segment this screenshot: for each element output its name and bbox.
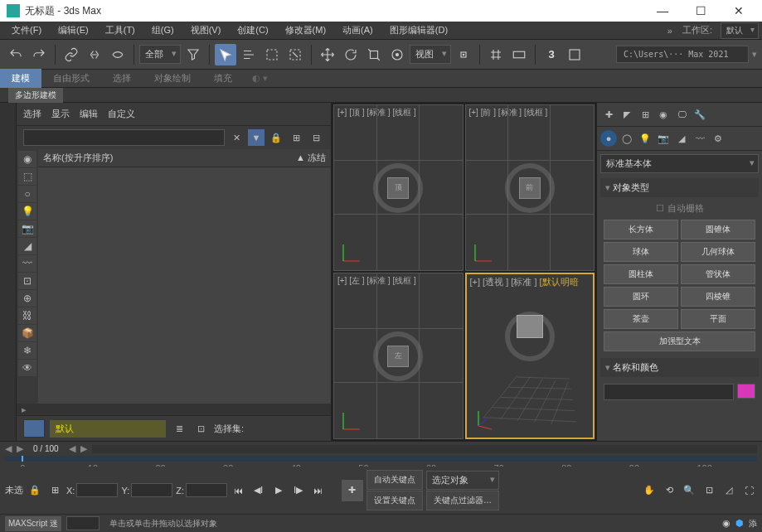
ribbon-tab-modeling[interactable]: 建模 — [0, 69, 41, 88]
path-overflow-icon[interactable]: ▾ — [752, 49, 757, 60]
view-mode-icon[interactable]: ⊞ — [288, 129, 304, 146]
region-rect-button[interactable] — [261, 44, 283, 65]
pivot-button[interactable] — [453, 44, 474, 65]
filter-funnel-icon[interactable]: ▼ — [248, 129, 265, 146]
project-path[interactable]: C:\Users\··· Max 2021 — [616, 46, 749, 63]
layers-icon[interactable]: ≣ — [171, 420, 187, 437]
filter-spacewarp-icon[interactable]: 〰 — [18, 255, 36, 272]
ribbon-tab-objpaint[interactable]: 对象绘制 — [143, 69, 202, 88]
menu-edit[interactable]: 编辑(E) — [50, 22, 97, 39]
menu-create[interactable]: 创建(C) — [229, 22, 276, 39]
track-bar[interactable] — [5, 456, 757, 462]
selection-lock-icon[interactable]: ⬢ — [735, 518, 744, 529]
play-icon[interactable]: ▶ — [270, 482, 287, 499]
obj-teapot[interactable]: 茶壶 — [604, 309, 678, 329]
viewport-left[interactable]: [+] [左 ] [标准 ] [线框 ] 左 — [333, 273, 464, 439]
viewport-top[interactable]: [+] [顶 ] [标准 ] [线框 ] 顶 — [333, 104, 464, 271]
subribbon-poly[interactable]: 多边形建模 — [8, 88, 63, 103]
scene-tab-display[interactable]: 显示 — [51, 108, 70, 120]
maximize-button[interactable]: ☐ — [684, 0, 717, 22]
motion-tab-icon[interactable]: ◉ — [655, 106, 672, 123]
undo-button[interactable] — [5, 44, 27, 65]
nav-zoom-icon[interactable]: 🔍 — [681, 482, 697, 499]
scene-tab-edit[interactable]: 编辑 — [80, 108, 98, 120]
scene-tab-custom[interactable]: 自定义 — [108, 108, 135, 120]
link-button[interactable] — [61, 44, 82, 65]
scene-search-input[interactable] — [23, 129, 225, 146]
keyboard-button[interactable] — [508, 44, 530, 65]
utilities-tab-icon[interactable]: 🔧 — [692, 106, 708, 123]
select-object-button[interactable] — [215, 44, 236, 65]
goto-end-icon[interactable]: ⏭ — [310, 482, 327, 499]
isolate-toggle-icon[interactable]: ◉ — [722, 518, 730, 529]
playhead[interactable] — [22, 456, 23, 462]
modify-tab-icon[interactable]: ◤ — [619, 106, 635, 123]
filter-bone-icon[interactable]: ⛓ — [18, 307, 36, 324]
snap-toggle[interactable]: 3 — [541, 44, 562, 65]
viewcube-left[interactable]: 左 — [387, 346, 409, 367]
maxscript-input[interactable] — [66, 516, 99, 530]
z-input[interactable] — [186, 483, 227, 497]
time-prev-icon[interactable]: ◀ — [5, 443, 12, 454]
vp-left-label[interactable]: [+] [左 ] [标准 ] [线框 ] — [337, 275, 416, 287]
obj-torus[interactable]: 圆环 — [604, 287, 678, 307]
nav-orbit-icon[interactable]: ⟲ — [661, 482, 677, 499]
filter-container-icon[interactable]: 📦 — [18, 325, 36, 341]
clear-search-icon[interactable]: ✕ — [228, 129, 245, 146]
cameras-icon[interactable]: 📷 — [655, 130, 672, 147]
filter-light-icon[interactable]: 💡 — [18, 203, 36, 220]
keymode-dropdown[interactable]: 选定对象 — [426, 471, 499, 490]
time-jump-prev-icon[interactable]: ◀ — [69, 443, 75, 454]
filter-geom-icon[interactable]: ⬚ — [18, 168, 36, 185]
time-jump-next-icon[interactable]: ▶ — [80, 443, 87, 454]
filter-xref-icon[interactable]: ⊕ — [18, 290, 36, 307]
left-dock[interactable] — [0, 103, 17, 441]
minimize-button[interactable]: — — [646, 0, 679, 22]
prev-frame-icon[interactable]: ◀Ⅰ — [250, 482, 267, 499]
filter-all-icon[interactable]: ◉ — [18, 151, 36, 167]
ribbon-toggle-icon[interactable]: ◐ ▾ — [252, 73, 268, 84]
isolate-icon[interactable]: ⊡ — [192, 420, 209, 437]
obj-cylinder[interactable]: 圆柱体 — [604, 264, 678, 284]
viewcube-top[interactable]: 顶 — [387, 177, 409, 199]
obj-textplus[interactable]: 加强型文本 — [604, 331, 755, 351]
unlink-button[interactable] — [84, 44, 105, 65]
viewport-perspective[interactable]: [+] [透视 ] [标准 ] [默认明暗 — [465, 273, 595, 439]
nav-fov-icon[interactable]: ◿ — [721, 482, 737, 499]
spacewarps-icon[interactable]: 〰 — [692, 130, 708, 147]
bind-button[interactable] — [107, 44, 129, 65]
menu-view[interactable]: 视图(V) — [182, 22, 230, 39]
close-button[interactable]: ✕ — [722, 0, 755, 22]
y-input[interactable] — [131, 483, 172, 497]
filter-camera-icon[interactable]: 📷 — [18, 220, 36, 237]
setkey-button[interactable]: 设置关键点 — [366, 491, 423, 510]
rotate-button[interactable] — [340, 44, 362, 65]
col-freeze[interactable]: ▲ 冻结 — [276, 152, 326, 164]
add-label[interactable]: 添 — [749, 518, 757, 530]
rollout-name-header[interactable]: 名称和颜色 — [600, 358, 759, 377]
shapes-icon[interactable]: ◯ — [619, 130, 635, 147]
filter-group-icon[interactable]: ⊡ — [18, 273, 36, 289]
abs-rel-icon[interactable]: ⊞ — [46, 482, 63, 499]
display-tab-icon[interactable]: 🖵 — [673, 106, 690, 123]
goto-start-icon[interactable]: ⏮ — [231, 482, 247, 499]
viewcube-persp[interactable] — [517, 315, 543, 338]
obj-plane[interactable]: 平面 — [681, 309, 755, 329]
viewport-layout-icon[interactable] — [23, 419, 45, 438]
menu-graph[interactable]: 图形编辑器(D) — [381, 22, 456, 39]
filter-hidden-icon[interactable]: 👁 — [18, 360, 36, 376]
select-name-button[interactable] — [238, 44, 260, 65]
refcoord-dropdown[interactable]: 视图 — [410, 45, 451, 64]
object-color-swatch[interactable] — [737, 384, 755, 399]
category-dropdown[interactable]: 标准基本体 — [600, 154, 759, 173]
menu-animation[interactable]: 动画(A) — [334, 22, 381, 39]
nav-pan-icon[interactable]: ✋ — [641, 482, 658, 499]
obj-geosphere[interactable]: 几何球体 — [681, 242, 755, 262]
vp-top-label[interactable]: [+] [顶 ] [标准 ] [线框 ] — [337, 107, 416, 118]
menu-group[interactable]: 组(G) — [143, 22, 182, 39]
lights-icon[interactable]: 💡 — [637, 130, 653, 147]
window-crossing-button[interactable] — [284, 44, 306, 65]
redo-button[interactable] — [28, 44, 50, 65]
viewcube-front[interactable]: 前 — [519, 177, 541, 199]
ribbon-tab-populate[interactable]: 填充 — [202, 69, 244, 88]
